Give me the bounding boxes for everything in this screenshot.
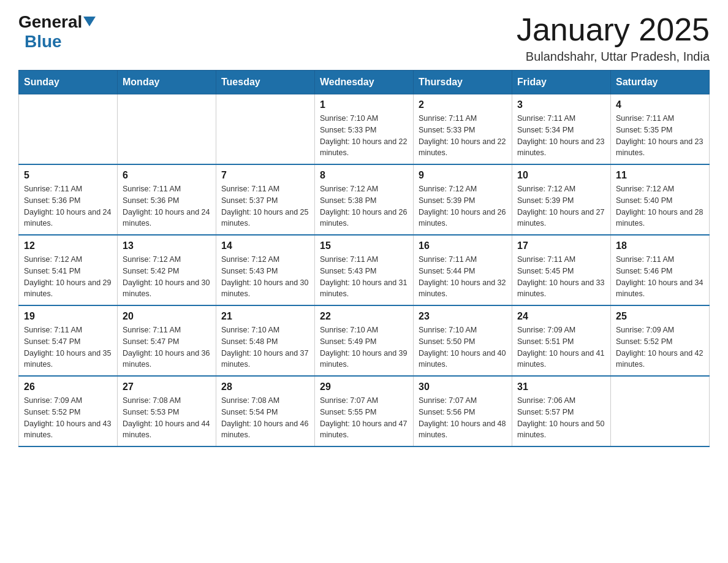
day-info: Sunrise: 7:11 AM Sunset: 5:43 PM Dayligh… xyxy=(320,254,408,300)
day-number: 8 xyxy=(320,170,408,181)
logo: General Blue xyxy=(18,12,96,52)
day-info: Sunrise: 7:12 AM Sunset: 5:43 PM Dayligh… xyxy=(221,254,309,300)
day-number: 1 xyxy=(320,99,408,110)
day-number: 18 xyxy=(616,240,704,251)
day-number: 5 xyxy=(24,170,112,181)
table-row: 8Sunrise: 7:12 AM Sunset: 5:38 PM Daylig… xyxy=(315,164,414,235)
day-info: Sunrise: 7:11 AM Sunset: 5:46 PM Dayligh… xyxy=(616,254,704,300)
week-row-3: 12Sunrise: 7:12 AM Sunset: 5:41 PM Dayli… xyxy=(19,235,710,305)
month-title: January 2025 xyxy=(517,12,710,47)
day-info: Sunrise: 7:12 AM Sunset: 5:41 PM Dayligh… xyxy=(24,254,112,300)
day-number: 16 xyxy=(419,240,507,251)
day-info: Sunrise: 7:11 AM Sunset: 5:34 PM Dayligh… xyxy=(517,113,605,159)
day-number: 3 xyxy=(517,99,605,110)
table-row: 12Sunrise: 7:12 AM Sunset: 5:41 PM Dayli… xyxy=(19,235,118,305)
day-number: 12 xyxy=(24,240,112,251)
day-number: 19 xyxy=(24,311,112,322)
day-number: 30 xyxy=(419,381,507,393)
day-number: 15 xyxy=(320,240,408,251)
day-info: Sunrise: 7:12 AM Sunset: 5:38 PM Dayligh… xyxy=(320,183,408,229)
day-info: Sunrise: 7:09 AM Sunset: 5:51 PM Dayligh… xyxy=(517,324,605,370)
location: Bulandshahr, Uttar Pradesh, India xyxy=(517,50,710,64)
table-row: 7Sunrise: 7:11 AM Sunset: 5:37 PM Daylig… xyxy=(216,164,315,235)
week-row-5: 26Sunrise: 7:09 AM Sunset: 5:52 PM Dayli… xyxy=(19,376,710,446)
col-wednesday: Wednesday xyxy=(315,71,414,94)
day-number: 31 xyxy=(517,381,605,393)
day-info: Sunrise: 7:09 AM Sunset: 5:52 PM Dayligh… xyxy=(24,395,112,441)
day-info: Sunrise: 7:09 AM Sunset: 5:52 PM Dayligh… xyxy=(616,324,704,370)
table-row: 26Sunrise: 7:09 AM Sunset: 5:52 PM Dayli… xyxy=(19,376,118,446)
day-info: Sunrise: 7:12 AM Sunset: 5:42 PM Dayligh… xyxy=(123,254,211,300)
table-row: 3Sunrise: 7:11 AM Sunset: 5:34 PM Daylig… xyxy=(512,94,611,165)
day-info: Sunrise: 7:06 AM Sunset: 5:57 PM Dayligh… xyxy=(517,395,605,441)
day-info: Sunrise: 7:11 AM Sunset: 5:44 PM Dayligh… xyxy=(419,254,507,300)
table-row: 30Sunrise: 7:07 AM Sunset: 5:56 PM Dayli… xyxy=(414,376,512,446)
day-number: 2 xyxy=(419,99,507,110)
day-number: 9 xyxy=(419,170,507,181)
table-row: 9Sunrise: 7:12 AM Sunset: 5:39 PM Daylig… xyxy=(414,164,512,235)
table-row: 13Sunrise: 7:12 AM Sunset: 5:42 PM Dayli… xyxy=(118,235,216,305)
table-row: 20Sunrise: 7:11 AM Sunset: 5:47 PM Dayli… xyxy=(118,305,216,376)
col-thursday: Thursday xyxy=(414,71,512,94)
table-row: 27Sunrise: 7:08 AM Sunset: 5:53 PM Dayli… xyxy=(118,376,216,446)
table-row: 6Sunrise: 7:11 AM Sunset: 5:36 PM Daylig… xyxy=(118,164,216,235)
table-row: 2Sunrise: 7:11 AM Sunset: 5:33 PM Daylig… xyxy=(414,94,512,165)
calendar-header-row: Sunday Monday Tuesday Wednesday Thursday… xyxy=(19,71,710,94)
day-number: 13 xyxy=(123,240,211,251)
day-info: Sunrise: 7:08 AM Sunset: 5:53 PM Dayligh… xyxy=(123,395,211,441)
day-number: 11 xyxy=(616,170,704,181)
page-header: General Blue January 2025 Bulandshahr, U… xyxy=(18,12,710,64)
col-monday: Monday xyxy=(118,71,216,94)
day-info: Sunrise: 7:10 AM Sunset: 5:48 PM Dayligh… xyxy=(221,324,309,370)
title-block: January 2025 Bulandshahr, Uttar Pradesh,… xyxy=(517,12,710,64)
table-row: 21Sunrise: 7:10 AM Sunset: 5:48 PM Dayli… xyxy=(216,305,315,376)
table-row: 22Sunrise: 7:10 AM Sunset: 5:49 PM Dayli… xyxy=(315,305,414,376)
table-row: 19Sunrise: 7:11 AM Sunset: 5:47 PM Dayli… xyxy=(19,305,118,376)
table-row: 24Sunrise: 7:09 AM Sunset: 5:51 PM Dayli… xyxy=(512,305,611,376)
col-sunday: Sunday xyxy=(19,71,118,94)
table-row: 23Sunrise: 7:10 AM Sunset: 5:50 PM Dayli… xyxy=(414,305,512,376)
table-row: 17Sunrise: 7:11 AM Sunset: 5:45 PM Dayli… xyxy=(512,235,611,305)
col-tuesday: Tuesday xyxy=(216,71,315,94)
day-number: 20 xyxy=(123,311,211,322)
table-row xyxy=(216,94,315,165)
day-number: 22 xyxy=(320,311,408,322)
day-number: 10 xyxy=(517,170,605,181)
day-info: Sunrise: 7:11 AM Sunset: 5:33 PM Dayligh… xyxy=(419,113,507,159)
day-info: Sunrise: 7:12 AM Sunset: 5:40 PM Dayligh… xyxy=(616,183,704,229)
day-info: Sunrise: 7:12 AM Sunset: 5:39 PM Dayligh… xyxy=(419,183,507,229)
day-info: Sunrise: 7:11 AM Sunset: 5:47 PM Dayligh… xyxy=(24,324,112,370)
day-number: 14 xyxy=(221,240,309,251)
day-info: Sunrise: 7:10 AM Sunset: 5:50 PM Dayligh… xyxy=(419,324,507,370)
table-row: 31Sunrise: 7:06 AM Sunset: 5:57 PM Dayli… xyxy=(512,376,611,446)
day-info: Sunrise: 7:11 AM Sunset: 5:47 PM Dayligh… xyxy=(123,324,211,370)
table-row: 4Sunrise: 7:11 AM Sunset: 5:35 PM Daylig… xyxy=(611,94,710,165)
day-number: 27 xyxy=(123,381,211,393)
logo-general-text: General xyxy=(18,12,82,32)
table-row: 1Sunrise: 7:10 AM Sunset: 5:33 PM Daylig… xyxy=(315,94,414,165)
day-info: Sunrise: 7:11 AM Sunset: 5:35 PM Dayligh… xyxy=(616,113,704,159)
day-number: 23 xyxy=(419,311,507,322)
day-number: 28 xyxy=(221,381,309,393)
table-row: 28Sunrise: 7:08 AM Sunset: 5:54 PM Dayli… xyxy=(216,376,315,446)
day-number: 29 xyxy=(320,381,408,393)
day-info: Sunrise: 7:10 AM Sunset: 5:33 PM Dayligh… xyxy=(320,113,408,159)
logo-blue-text: Blue xyxy=(25,32,62,52)
table-row: 18Sunrise: 7:11 AM Sunset: 5:46 PM Dayli… xyxy=(611,235,710,305)
svg-marker-0 xyxy=(83,17,96,26)
day-info: Sunrise: 7:11 AM Sunset: 5:37 PM Dayligh… xyxy=(221,183,309,229)
table-row: 15Sunrise: 7:11 AM Sunset: 5:43 PM Dayli… xyxy=(315,235,414,305)
table-row: 5Sunrise: 7:11 AM Sunset: 5:36 PM Daylig… xyxy=(19,164,118,235)
table-row: 29Sunrise: 7:07 AM Sunset: 5:55 PM Dayli… xyxy=(315,376,414,446)
col-friday: Friday xyxy=(512,71,611,94)
calendar-table: Sunday Monday Tuesday Wednesday Thursday… xyxy=(18,70,710,447)
day-info: Sunrise: 7:11 AM Sunset: 5:36 PM Dayligh… xyxy=(24,183,112,229)
day-number: 4 xyxy=(616,99,704,110)
day-info: Sunrise: 7:11 AM Sunset: 5:45 PM Dayligh… xyxy=(517,254,605,300)
day-info: Sunrise: 7:12 AM Sunset: 5:39 PM Dayligh… xyxy=(517,183,605,229)
day-number: 25 xyxy=(616,311,704,322)
week-row-1: 1Sunrise: 7:10 AM Sunset: 5:33 PM Daylig… xyxy=(19,94,710,165)
table-row xyxy=(611,376,710,446)
calendar-body: 1Sunrise: 7:10 AM Sunset: 5:33 PM Daylig… xyxy=(19,94,710,447)
day-info: Sunrise: 7:08 AM Sunset: 5:54 PM Dayligh… xyxy=(221,395,309,441)
